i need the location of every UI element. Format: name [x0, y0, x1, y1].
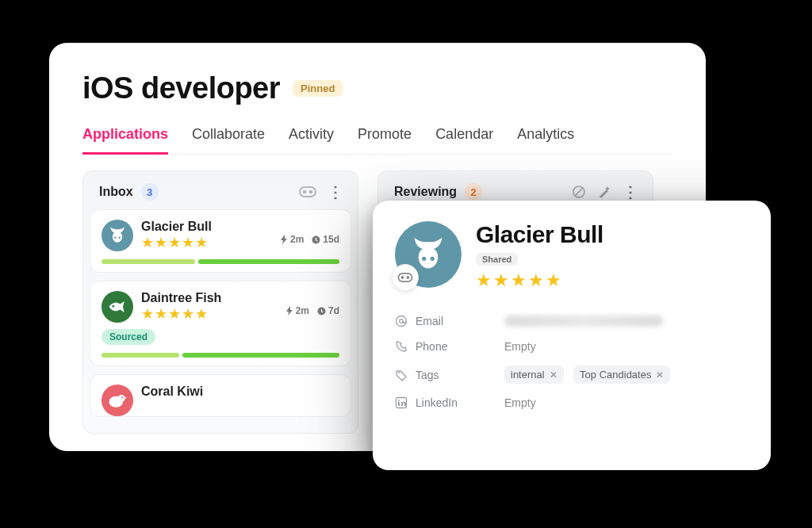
rating-stars: ★★★★★: [141, 235, 212, 250]
tab-bar: Applications Collaborate Activity Promot…: [82, 121, 672, 155]
reviewing-count-badge: 2: [465, 183, 482, 201]
svg-point-22: [398, 400, 400, 401]
svg-point-2: [309, 190, 313, 194]
svg-point-4: [118, 236, 120, 238]
more-icon[interactable]: ⋮: [622, 182, 638, 201]
email-value-redacted: [504, 316, 663, 327]
clock-meta: 15d: [312, 234, 339, 245]
linkedin-value[interactable]: Empty: [504, 396, 536, 409]
svg-point-10: [121, 396, 123, 398]
linkedin-icon: [395, 396, 408, 409]
column-title-reviewing: Reviewing: [394, 185, 457, 199]
page-title: iOS developer: [82, 71, 280, 105]
svg-point-16: [401, 276, 404, 279]
mask-icon[interactable]: [299, 186, 316, 197]
svg-rect-0: [300, 187, 316, 197]
email-label: Email: [416, 315, 443, 327]
close-icon[interactable]: ✕: [656, 369, 664, 381]
applicant-name: Glacier Bull: [141, 220, 212, 234]
svg-line-12: [575, 188, 583, 196]
block-icon[interactable]: [572, 185, 586, 199]
phone-label: Phone: [416, 340, 447, 353]
svg-point-20: [398, 372, 400, 373]
svg-rect-15: [398, 274, 412, 281]
linkedin-label: LinkedIn: [416, 396, 458, 409]
field-phone: Phone Empty: [395, 334, 749, 359]
svg-point-9: [118, 395, 125, 402]
svg-point-17: [407, 276, 410, 279]
bolt-meta: 2m: [286, 305, 309, 316]
applicant-name: Daintree Fish: [141, 291, 221, 305]
svg-point-13: [422, 257, 426, 261]
svg-point-6: [112, 305, 114, 308]
shared-badge: Shared: [476, 253, 518, 266]
at-icon: [395, 315, 408, 327]
svg-rect-23: [398, 402, 400, 406]
progress-bar: [102, 353, 339, 358]
mask-icon[interactable]: [392, 264, 419, 291]
tags-label: Tags: [416, 369, 439, 381]
tag-icon: [395, 369, 408, 381]
tab-collaborate[interactable]: Collaborate: [192, 121, 265, 154]
applicant-card[interactable]: Daintree Fish ★★★★★ 2m 7d So: [90, 281, 351, 366]
applicant-name: Coral Kiwi: [141, 385, 203, 399]
column-inbox: Inbox 3 ⋮ Glacier Bull: [82, 170, 358, 434]
tab-activity[interactable]: Activity: [289, 121, 334, 154]
avatar-bull-icon: [102, 220, 133, 251]
wand-icon[interactable]: [597, 185, 611, 199]
pinned-badge: Pinned: [293, 80, 343, 97]
phone-icon: [395, 340, 408, 353]
tab-applications[interactable]: Applications: [82, 121, 168, 155]
svg-point-1: [303, 190, 307, 194]
applicant-card[interactable]: Coral Kiwi: [90, 374, 351, 417]
field-tags: Tags internal✕ Top Candidates✕: [395, 359, 749, 390]
detail-name: Glacier Bull: [476, 221, 603, 248]
applicant-detail-panel: Glacier Bull Shared ★★★★★ Email Phone Em…: [373, 201, 771, 470]
applicant-card[interactable]: Glacier Bull ★★★★★ 2m 15d: [90, 209, 351, 273]
progress-bar: [102, 259, 339, 264]
column-title-inbox: Inbox: [99, 185, 133, 199]
bolt-meta: 2m: [281, 234, 304, 245]
avatar-kiwi-icon: [102, 385, 133, 416]
field-email: Email: [395, 308, 749, 334]
rating-stars: ★★★★★: [141, 307, 221, 321]
field-linkedin: LinkedIn Empty: [395, 390, 749, 415]
svg-point-14: [431, 257, 435, 261]
rating-stars: ★★★★★: [476, 270, 603, 291]
tag-chip[interactable]: internal✕: [504, 365, 564, 384]
more-icon[interactable]: ⋮: [327, 182, 343, 201]
svg-point-3: [114, 236, 116, 238]
tab-promote[interactable]: Promote: [358, 121, 412, 154]
inbox-count-badge: 3: [141, 183, 159, 201]
avatar-fish-icon: [102, 291, 133, 323]
tag-chip[interactable]: Top Candidates✕: [573, 365, 670, 384]
tab-analytics[interactable]: Analytics: [517, 121, 574, 154]
tab-calendar[interactable]: Calendar: [435, 121, 493, 154]
phone-value[interactable]: Empty: [504, 340, 536, 353]
svg-point-18: [396, 316, 407, 327]
svg-point-19: [400, 319, 404, 323]
clock-meta: 7d: [317, 305, 339, 316]
sourced-chip: Sourced: [102, 329, 155, 345]
close-icon[interactable]: ✕: [550, 369, 557, 381]
